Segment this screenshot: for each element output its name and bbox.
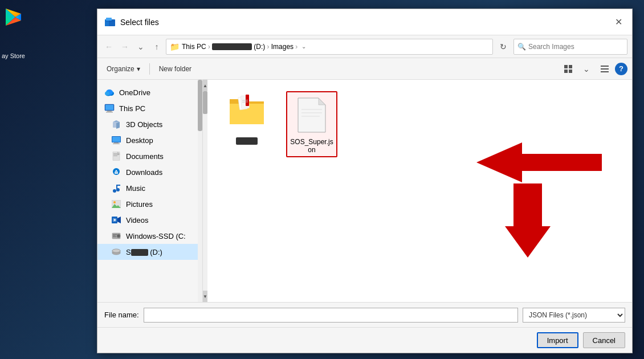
svg-rect-14	[601, 71, 609, 72]
file-scroll-thumb[interactable]	[203, 91, 207, 114]
json-file-icon-container	[294, 95, 330, 136]
cancel-button[interactable]: Cancel	[583, 332, 625, 348]
svg-point-39	[113, 189, 116, 193]
breadcrumb[interactable]: 📁 This PC › (D:) › Images › ⌄	[166, 39, 493, 55]
view-icon-button[interactable]	[560, 61, 576, 77]
sidebar-scrollbar-track[interactable]	[198, 80, 202, 302]
sidebar: OneDrive This PC	[97, 80, 203, 302]
details-view-button[interactable]	[597, 61, 613, 77]
sidebar-item-ssd[interactable]: Windows-SSD (C:	[97, 228, 198, 244]
file-area: ▲ ▼	[203, 80, 632, 302]
svg-rect-21	[107, 111, 112, 112]
folder-svg	[229, 93, 265, 127]
svg-rect-53	[113, 234, 117, 235]
pictures-icon	[111, 199, 121, 209]
sidebar-item-onedrive[interactable]: OneDrive	[97, 84, 198, 100]
search-input[interactable]	[528, 43, 623, 51]
json-file-name: SOS_Super.json	[290, 138, 334, 154]
videos-label: Videos	[126, 216, 149, 225]
svg-line-64	[242, 102, 248, 103]
view-dropdown-button[interactable]: ⌄	[578, 61, 594, 77]
sidebar-item-music[interactable]: Music	[97, 180, 198, 196]
new-folder-label: New folder	[159, 65, 191, 73]
refresh-button[interactable]: ↻	[495, 39, 511, 55]
breadcrumb-drive: (D:)	[212, 43, 265, 51]
svg-rect-11	[569, 70, 572, 73]
filetype-select[interactable]: JSON Files (*.json)	[523, 308, 625, 323]
breadcrumb-sep2: ›	[267, 42, 269, 51]
sidebar-item-drive-d[interactable]: S (D:)	[97, 244, 198, 260]
search-icon: 🔍	[517, 43, 526, 51]
svg-rect-54	[113, 235, 116, 236]
forward-button[interactable]: →	[118, 40, 132, 54]
file-item-json[interactable]: SOS_Super.json	[286, 91, 337, 157]
dialog-title: Select files	[120, 18, 612, 27]
breadcrumb-sep1: ›	[208, 42, 210, 51]
downloads-label: Downloads	[126, 168, 162, 177]
sidebar-item-documents[interactable]: Documents	[97, 148, 198, 164]
file-scroll-down[interactable]: ▼	[203, 291, 207, 302]
ssd-icon	[111, 231, 121, 241]
music-icon	[111, 183, 121, 193]
address-bar: ← → ⌄ ↑ 📁 This PC › (D:) › Images › ⌄ ↻ …	[97, 35, 632, 58]
music-label: Music	[126, 184, 145, 193]
right-arrow-svg	[476, 142, 602, 182]
breadcrumb-arrow[interactable]: ⌄	[301, 43, 306, 50]
sidebar-item-downloads[interactable]: Downloads	[97, 164, 198, 180]
sidebar-item-videos[interactable]: Videos	[97, 212, 198, 228]
svg-rect-33	[113, 156, 117, 156]
onedrive-label: OneDrive	[119, 88, 150, 97]
up-button[interactable]: ↑	[150, 40, 164, 54]
svg-marker-68	[476, 142, 602, 182]
dropdown-button[interactable]: ⌄	[134, 40, 148, 54]
folder-icon-large	[229, 93, 265, 134]
pictures-label: Pictures	[126, 200, 153, 209]
svg-point-44	[113, 201, 116, 203]
svg-point-18	[105, 92, 109, 96]
sidebar-item-3d[interactable]: 3D Objects	[97, 116, 198, 132]
svg-marker-25	[116, 122, 120, 129]
breadcrumb-sep3: ›	[295, 42, 297, 51]
file-item-folder[interactable]	[221, 91, 272, 147]
filename-label: File name:	[104, 311, 139, 319]
red-arrow-right	[476, 142, 602, 184]
details-icon	[600, 64, 609, 74]
sidebar-item-thispc[interactable]: This PC	[97, 100, 198, 116]
file-scroll-track[interactable]: ▲ ▼	[203, 80, 207, 302]
organize-label: Organize	[107, 65, 134, 73]
organize-button[interactable]: Organize ▾	[102, 63, 145, 75]
svg-rect-29	[113, 144, 120, 145]
svg-point-59	[112, 249, 120, 252]
sidebar-scrollbar-thumb[interactable]	[198, 80, 202, 131]
drive-redacted	[212, 43, 252, 50]
svg-rect-13	[601, 68, 609, 70]
drive-d-icon	[111, 247, 121, 257]
folder-icon: 📁	[170, 42, 180, 51]
filename-input[interactable]	[144, 308, 518, 323]
svg-rect-20	[105, 105, 113, 110]
sidebar-item-desktop[interactable]: Desktop	[97, 132, 198, 148]
help-button[interactable]: ?	[615, 63, 627, 75]
back-button[interactable]: ←	[102, 40, 116, 54]
organize-arrow-icon: ▾	[137, 65, 140, 73]
svg-rect-22	[106, 112, 113, 113]
svg-rect-32	[113, 154, 119, 155]
svg-rect-42	[116, 185, 120, 186]
sidebar-item-pictures[interactable]: Pictures	[97, 196, 198, 212]
file-scroll-up[interactable]: ▲	[203, 80, 207, 91]
drive-d-label: S (D:)	[126, 248, 162, 256]
json-file-svg	[297, 97, 327, 133]
close-button[interactable]: ✕	[612, 15, 625, 29]
ssd-label: Windows-SSD (C:	[126, 232, 186, 240]
bottom-bar: File name: JSON Files (*.json)	[97, 302, 632, 327]
breadcrumb-images: Images	[271, 43, 294, 51]
import-button[interactable]: Import	[537, 332, 578, 348]
svg-rect-10	[564, 70, 568, 73]
svg-marker-69	[505, 183, 551, 258]
svg-rect-37	[115, 172, 118, 173]
new-folder-button[interactable]: New folder	[154, 63, 196, 75]
svg-marker-24	[113, 120, 120, 122]
svg-rect-9	[569, 65, 572, 68]
documents-icon	[111, 151, 121, 161]
play-store-label: ay Store	[2, 52, 25, 59]
